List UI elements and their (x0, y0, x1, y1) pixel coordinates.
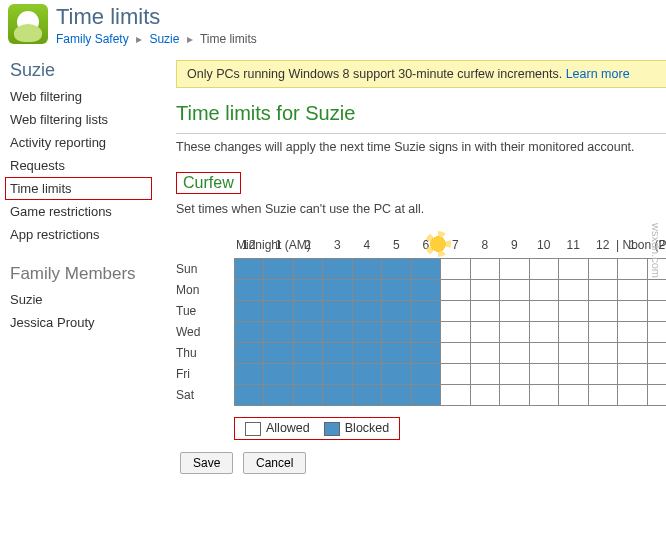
schedule-cell[interactable] (322, 342, 353, 364)
schedule-cell[interactable] (558, 279, 589, 301)
schedule-cell[interactable] (440, 321, 471, 343)
schedule-cell[interactable] (293, 279, 324, 301)
schedule-cell[interactable] (470, 279, 501, 301)
schedule-cell[interactable] (499, 279, 530, 301)
schedule-cell[interactable] (617, 279, 648, 301)
schedule-cell[interactable] (588, 363, 619, 385)
schedule-cell[interactable] (440, 384, 471, 406)
family-member-jessica-prouty[interactable]: Jessica Prouty (10, 311, 160, 334)
family-member-suzie[interactable]: Suzie (10, 288, 160, 311)
schedule-cell[interactable] (499, 258, 530, 280)
schedule-cell[interactable] (529, 384, 560, 406)
schedule-cell[interactable] (588, 342, 619, 364)
schedule-cell[interactable] (293, 321, 324, 343)
schedule-cell[interactable] (470, 384, 501, 406)
schedule-cell[interactable] (263, 363, 294, 385)
schedule-cell[interactable] (352, 363, 383, 385)
schedule-cell[interactable] (588, 279, 619, 301)
schedule-cell[interactable] (647, 342, 667, 364)
sidebar-item-web-filtering[interactable]: Web filtering (10, 85, 160, 108)
schedule-cell[interactable] (529, 300, 560, 322)
schedule-cell[interactable] (234, 279, 265, 301)
schedule-cell[interactable] (558, 363, 589, 385)
schedule-cell[interactable] (647, 384, 667, 406)
schedule-cell[interactable] (558, 258, 589, 280)
schedule-cell[interactable] (470, 321, 501, 343)
schedule-cell[interactable] (381, 279, 412, 301)
schedule-cell[interactable] (499, 300, 530, 322)
schedule-cell[interactable] (293, 342, 324, 364)
schedule-cell[interactable] (529, 258, 560, 280)
schedule-cell[interactable] (617, 258, 648, 280)
schedule-cell[interactable] (558, 384, 589, 406)
schedule-cell[interactable] (322, 384, 353, 406)
schedule-cell[interactable] (617, 363, 648, 385)
schedule-cell[interactable] (263, 321, 294, 343)
schedule-cell[interactable] (352, 300, 383, 322)
schedule-cell[interactable] (617, 342, 648, 364)
schedule-cell[interactable] (470, 258, 501, 280)
schedule-cell[interactable] (529, 321, 560, 343)
schedule-cell[interactable] (352, 342, 383, 364)
schedule-cell[interactable] (411, 342, 442, 364)
breadcrumb-root[interactable]: Family Safety (56, 32, 129, 46)
schedule-cell[interactable] (617, 300, 648, 322)
schedule-cell[interactable] (381, 258, 412, 280)
schedule-cell[interactable] (381, 384, 412, 406)
schedule-cell[interactable] (234, 321, 265, 343)
schedule-cell[interactable] (647, 363, 667, 385)
schedule-cell[interactable] (499, 321, 530, 343)
schedule-cell[interactable] (647, 300, 667, 322)
sidebar-item-game-restrictions[interactable]: Game restrictions (10, 200, 160, 223)
schedule-cell[interactable] (381, 300, 412, 322)
schedule-cell[interactable] (558, 342, 589, 364)
schedule-cell[interactable] (263, 279, 294, 301)
schedule-cell[interactable] (381, 321, 412, 343)
schedule-cell[interactable] (381, 363, 412, 385)
schedule-cell[interactable] (499, 384, 530, 406)
schedule-cell[interactable] (529, 279, 560, 301)
schedule-cell[interactable] (293, 384, 324, 406)
cancel-button[interactable]: Cancel (243, 452, 306, 474)
breadcrumb-user[interactable]: Suzie (149, 32, 179, 46)
schedule-cell[interactable] (647, 279, 667, 301)
schedule-cell[interactable] (411, 321, 442, 343)
schedule-cell[interactable] (558, 300, 589, 322)
schedule-cell[interactable] (263, 342, 294, 364)
schedule-cell[interactable] (411, 258, 442, 280)
schedule-cell[interactable] (263, 300, 294, 322)
schedule-cell[interactable] (352, 321, 383, 343)
schedule-cell[interactable] (322, 363, 353, 385)
schedule-cell[interactable] (322, 321, 353, 343)
schedule-cell[interactable] (293, 300, 324, 322)
schedule-cell[interactable] (588, 258, 619, 280)
schedule-cell[interactable] (234, 363, 265, 385)
schedule-cell[interactable] (234, 384, 265, 406)
schedule-cell[interactable] (470, 342, 501, 364)
schedule-cell[interactable] (529, 363, 560, 385)
schedule-cell[interactable] (263, 258, 294, 280)
schedule-cell[interactable] (440, 279, 471, 301)
schedule-cell[interactable] (411, 363, 442, 385)
schedule-cell[interactable] (440, 258, 471, 280)
schedule-cell[interactable] (440, 300, 471, 322)
schedule-cell[interactable] (352, 384, 383, 406)
schedule-cell[interactable] (381, 342, 412, 364)
schedule-cell[interactable] (352, 258, 383, 280)
schedule-cell[interactable] (529, 342, 560, 364)
schedule-cell[interactable] (558, 321, 589, 343)
schedule-cell[interactable] (234, 258, 265, 280)
sidebar-item-app-restrictions[interactable]: App restrictions (10, 223, 160, 246)
schedule-cell[interactable] (411, 300, 442, 322)
notice-learn-more-link[interactable]: Learn more (566, 67, 630, 81)
save-button[interactable]: Save (180, 452, 233, 474)
schedule-cell[interactable] (293, 363, 324, 385)
schedule-cell[interactable] (322, 300, 353, 322)
schedule-cell[interactable] (588, 300, 619, 322)
schedule-cell[interactable] (293, 258, 324, 280)
schedule-cell[interactable] (411, 384, 442, 406)
schedule-cell[interactable] (617, 321, 648, 343)
schedule-cell[interactable] (499, 363, 530, 385)
schedule-cell[interactable] (411, 279, 442, 301)
schedule-cell[interactable] (588, 384, 619, 406)
